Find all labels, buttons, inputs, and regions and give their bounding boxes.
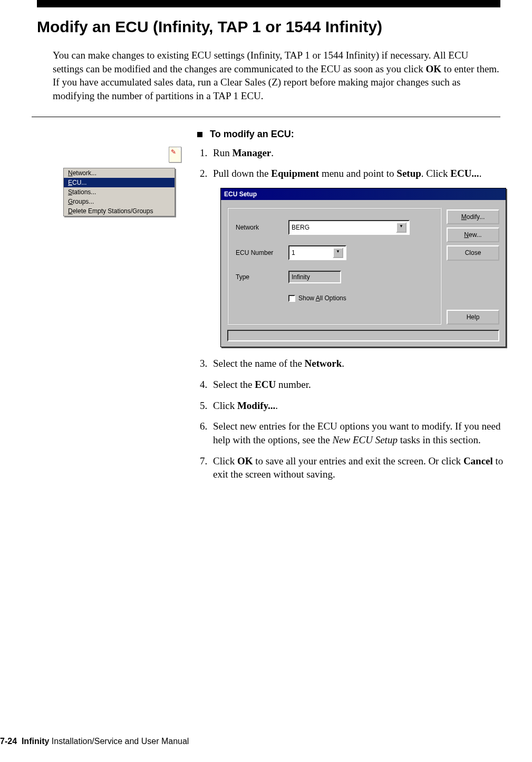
- s2g: .: [479, 168, 482, 179]
- right-column: To modify an ECU: Run Manager. Pull down…: [190, 129, 506, 489]
- s7a: Click: [213, 455, 237, 466]
- s1a: Run: [213, 147, 232, 158]
- show-all-checkbox[interactable]: [288, 295, 295, 302]
- step-3: Select the name of the Network.: [210, 357, 506, 370]
- left-column: Network... ECU... Stations... Groups... …: [32, 129, 190, 216]
- s6b: New ECU Setup: [332, 434, 398, 445]
- s2a: Pull down the: [213, 168, 271, 179]
- step-1: Run Manager.: [210, 146, 506, 160]
- network-label: Network: [236, 223, 288, 232]
- footer-page: 7-24: [0, 737, 17, 746]
- s2c: menu and point to: [319, 168, 396, 179]
- s3a: Select the name of the: [213, 358, 305, 369]
- ecu-number-combo[interactable]: 1 ▼: [288, 245, 346, 260]
- menu-delete-rest: elete Empty Stations/Groups: [73, 207, 153, 215]
- help-button[interactable]: Help: [447, 310, 499, 325]
- menu-item-delete[interactable]: Delete Empty Stations/Groups: [64, 206, 175, 216]
- menu-groups-rest: roups...: [73, 198, 94, 205]
- network-combo[interactable]: BERG ▼: [288, 220, 410, 235]
- dialog-status-bar: [227, 330, 499, 341]
- s4a: Select the: [213, 379, 255, 390]
- procedure-heading: To modify an ECU:: [197, 129, 506, 140]
- note-icon: [169, 147, 181, 163]
- intro-paragraph: You can make changes to existing ECU set…: [53, 49, 500, 103]
- s2d: Setup: [396, 168, 421, 179]
- menu-item-groups[interactable]: Groups...: [64, 197, 175, 206]
- close-button[interactable]: Close: [447, 245, 499, 260]
- menu-item-stations[interactable]: Stations...: [64, 187, 175, 197]
- s2b: Equipment: [271, 168, 319, 179]
- ecu-setup-dialog: ECU Setup Network BERG ▼: [220, 188, 506, 348]
- square-bullet-icon: [197, 132, 202, 137]
- s3b: Network: [305, 358, 342, 369]
- step-2: Pull down the Equipment menu and point t…: [210, 167, 506, 347]
- menu-network-rest: etwork...: [73, 169, 96, 177]
- menu-item-ecu[interactable]: ECU...: [64, 178, 175, 187]
- s2f: ECU...: [450, 168, 479, 179]
- s7d: Cancel: [463, 455, 493, 466]
- s5a: Click: [213, 400, 237, 411]
- chevron-down-icon[interactable]: ▼: [396, 222, 407, 233]
- procedure-heading-text: To modify an ECU:: [210, 129, 294, 139]
- page-footer: 7-24 Infinity Installation/Service and U…: [0, 737, 189, 746]
- chevron-down-icon[interactable]: ▼: [333, 247, 343, 258]
- menu-stations-rest: tations...: [72, 188, 96, 196]
- ecu-number-label: ECU Number: [236, 249, 288, 257]
- s5b: Modify...: [237, 400, 275, 411]
- menu-ecu-rest: CU...: [72, 179, 86, 186]
- page-title: Modify an ECU (Infinity, TAP 1 or 1544 I…: [37, 18, 500, 36]
- menu-item-network[interactable]: Network...: [64, 168, 175, 178]
- s1b: Manager: [232, 147, 271, 158]
- menu-stations-u: S: [68, 188, 72, 196]
- s2e: . Click: [421, 168, 450, 179]
- intro-text-a: You can make changes to existing ECU set…: [53, 50, 468, 74]
- s7c: to save all your entries and exit the sc…: [253, 455, 463, 466]
- s4c: number.: [276, 379, 311, 390]
- modify-button[interactable]: Modify...: [447, 209, 499, 224]
- footer-bold: Infinity: [22, 737, 49, 746]
- s6c: tasks in this section.: [398, 434, 481, 445]
- top-black-bar: [37, 0, 500, 7]
- footer-rest: Installation/Service and User Manual: [49, 737, 189, 746]
- s1c: .: [271, 147, 274, 158]
- dialog-form-area: Network BERG ▼ ECU Number 1: [227, 207, 441, 325]
- s7b: OK: [237, 455, 253, 466]
- step-5: Click Modify....: [210, 399, 506, 413]
- network-value: BERG: [292, 223, 309, 232]
- new-button[interactable]: New...: [447, 227, 499, 242]
- menu-delete-u: D: [68, 207, 73, 215]
- show-all-label: Show All Options: [298, 294, 346, 302]
- intro-text-ok: OK: [426, 63, 442, 74]
- menu-ecu-u: E: [68, 179, 72, 186]
- step-7: Click OK to save all your entries and ex…: [210, 454, 506, 481]
- s5c: .: [275, 400, 278, 411]
- ecu-number-value: 1: [292, 249, 295, 257]
- type-field: Infinity: [288, 271, 341, 283]
- menu-network-u: N: [68, 169, 73, 177]
- type-label: Type: [236, 273, 288, 281]
- steps-list: Run Manager. Pull down the Equipment men…: [197, 146, 506, 481]
- step-6: Select new entries for the ECU options y…: [210, 420, 506, 446]
- type-value: Infinity: [292, 273, 310, 281]
- s4b: ECU: [255, 379, 276, 390]
- step-4: Select the ECU number.: [210, 378, 506, 392]
- divider: [32, 117, 500, 117]
- dialog-titlebar: ECU Setup: [221, 188, 506, 200]
- submenu-screenshot: Network... ECU... Stations... Groups... …: [63, 168, 175, 216]
- s3c: .: [342, 358, 344, 369]
- menu-groups-u: G: [68, 198, 73, 205]
